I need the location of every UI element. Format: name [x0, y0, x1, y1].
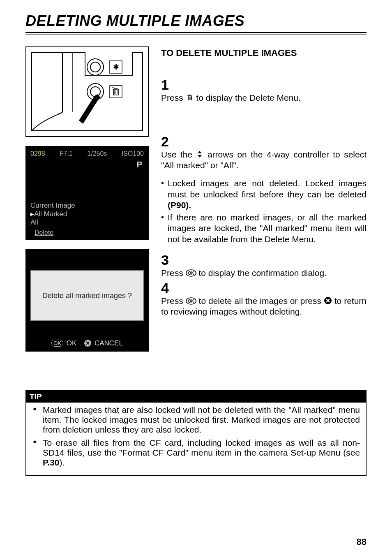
instructions-column: TO DELETE MULTIPLE IMAGES 1 Press to dis…: [161, 46, 367, 352]
cancel-x-icon: [324, 296, 332, 305]
camera-diagram: ✱: [25, 46, 149, 137]
section-subheading: TO DELETE MULTIPLE IMAGES: [161, 47, 367, 59]
page-number: 88: [357, 537, 367, 547]
cancel-badge-icon: ✕: [84, 340, 91, 347]
tip-box: TIP Marked images that are also locked w…: [25, 390, 367, 476]
step-number-4: 4: [161, 281, 367, 295]
lcd-delete-options: Current Image ▸All Marked All: [30, 201, 75, 227]
selection-caret-icon: ▸: [30, 210, 34, 218]
tip-heading: TIP: [26, 391, 366, 403]
lcd-aperture: F7.1: [60, 150, 73, 157]
trash-icon: [186, 93, 194, 102]
figures-column: ✱: [25, 46, 149, 352]
svg-text:OK: OK: [188, 299, 194, 303]
lcd-menu-title: Delete: [35, 229, 53, 236]
step-2-text: Use the arrows on the 4-way controller t…: [161, 149, 367, 171]
confirm-prompt: Delete all marked images ?: [30, 270, 144, 321]
step-4-text: Press OK to delete all the images or pre…: [161, 296, 367, 317]
step-2-notes: Locked images are not deleted. Locked im…: [161, 178, 367, 245]
confirm-button-bar: OK OK ✕ CANCEL: [26, 337, 148, 351]
note-locked-images: Locked images are not deleted. Locked im…: [161, 178, 367, 211]
title-rule: [25, 32, 367, 35]
svg-text:✱: ✱: [113, 63, 119, 71]
tip-body: Marked images that are also locked will …: [26, 403, 366, 475]
lcd-status-bar: 0298 F7.1 1/250s ISO100: [30, 150, 144, 157]
lcd-delete-menu: 0298 F7.1 1/250s ISO100 P Current Image …: [25, 146, 149, 240]
step-number-3: 3: [161, 253, 367, 267]
updown-arrows-icon: [196, 150, 203, 158]
svg-point-7: [90, 87, 100, 97]
lcd-mode-flag: P: [30, 157, 144, 169]
manual-page: DELETING MULTIPLE IMAGES: [0, 0, 392, 558]
ok-button-icon: OK: [186, 297, 196, 305]
step-number-2: 2: [161, 134, 367, 148]
lcd-option-allmarked: All Marked: [34, 210, 67, 218]
step-3-text: Press OK to display the confirmation dia…: [161, 268, 367, 278]
step-number-1: 1: [161, 78, 367, 92]
page-title: DELETING MULTIPLE IMAGES: [25, 12, 367, 30]
lcd-shutter: 1/250s: [87, 150, 107, 157]
lcd-frame-counter: 0298: [30, 150, 45, 157]
cancel-label: CANCEL: [95, 339, 123, 347]
step-1-text: Press to display the Delete Menu.: [161, 93, 367, 103]
lcd-confirm-dialog: Delete all marked images ? OK OK ✕ CANCE…: [25, 249, 149, 352]
lcd-iso: ISO100: [122, 150, 144, 157]
svg-point-3: [90, 62, 100, 72]
ok-badge-icon: OK: [51, 340, 63, 347]
ok-label: OK: [67, 339, 77, 347]
confirm-prompt-text: Delete all marked images ?: [42, 292, 132, 300]
two-column-layout: ✱: [25, 46, 367, 352]
note-no-marked: If there are no marked images, or all th…: [161, 212, 367, 245]
lcd-option-current: Current Image: [30, 201, 75, 210]
tip-item-2: To erase all files from the CF card, inc…: [32, 438, 360, 468]
lcd-option-all: All: [30, 218, 75, 227]
ok-button-icon: OK: [186, 269, 196, 277]
svg-text:OK: OK: [188, 271, 194, 276]
tip-item-1: Marked images that are also locked will …: [32, 405, 360, 435]
